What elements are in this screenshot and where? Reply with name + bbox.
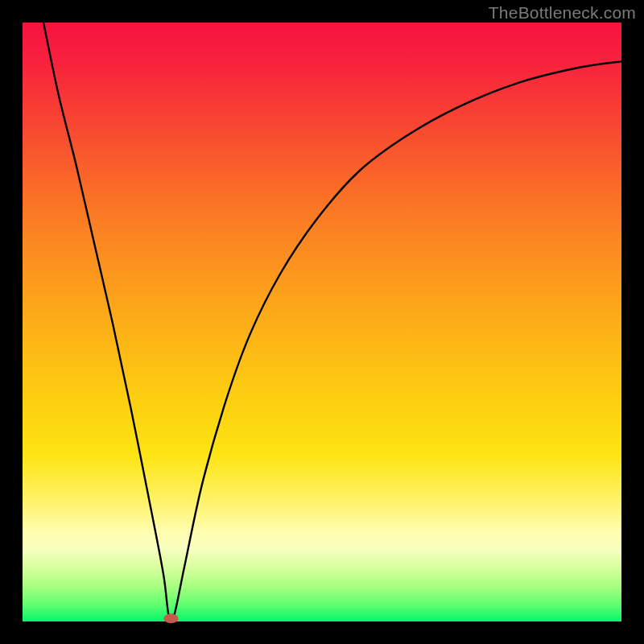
plot-area — [23, 23, 621, 621]
plot-svg — [23, 23, 621, 621]
bottleneck-curve — [43, 23, 621, 621]
chart-frame: TheBottleneck.com — [0, 0, 644, 644]
curve-min-marker — [164, 613, 179, 623]
watermark-text: TheBottleneck.com — [489, 3, 636, 23]
